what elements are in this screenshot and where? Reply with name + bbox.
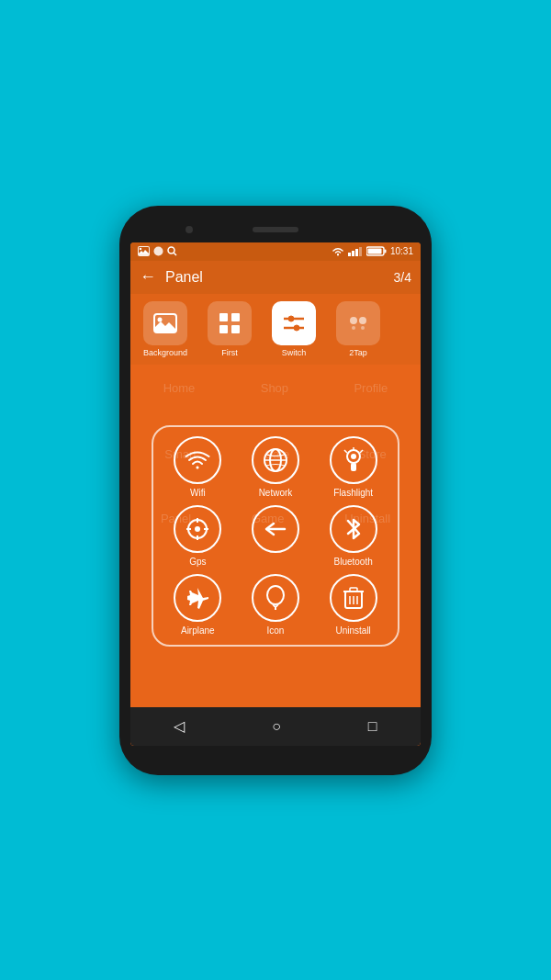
sliders-icon: [282, 313, 306, 333]
toolbar-title: Panel: [165, 269, 394, 286]
svg-rect-18: [219, 313, 228, 321]
signal-status-icon: [348, 246, 363, 256]
wifi-circle: [174, 436, 221, 484]
uninstall-circle: [330, 574, 377, 622]
back-arrow-icon: [263, 519, 288, 539]
panel-item-flashlight[interactable]: Flashlight: [318, 436, 388, 498]
nav-recent-button[interactable]: □: [368, 718, 377, 735]
watermark-row-1: Home Shop Profile: [130, 381, 421, 395]
svg-rect-36: [351, 463, 356, 471]
network-label: Network: [259, 488, 293, 498]
icon-label: Icon: [267, 625, 285, 636]
nav-home-button[interactable]: ○: [272, 718, 281, 735]
svg-rect-21: [231, 325, 240, 333]
svg-rect-9: [352, 251, 354, 256]
svg-line-37: [344, 450, 347, 453]
search-status-icon: [167, 246, 177, 256]
status-time: 10:31: [390, 246, 413, 256]
svg-point-28: [352, 326, 355, 330]
status-left-icons: [138, 246, 177, 256]
phone-bottom: [130, 746, 421, 764]
nav-bar: ◁ ○ □: [130, 707, 421, 746]
svg-point-5: [168, 247, 174, 253]
tab-first[interactable]: First: [200, 301, 259, 357]
tab-switch-label: Switch: [282, 348, 307, 357]
tab-2tap-icon-box: [336, 301, 380, 345]
svg-point-29: [361, 326, 365, 330]
svg-point-4: [154, 247, 163, 256]
panel-item-uninstall[interactable]: Uninstall: [318, 574, 388, 636]
svg-rect-10: [355, 249, 358, 256]
image-icon: [153, 313, 177, 333]
svg-rect-11: [359, 247, 362, 256]
tab-background-label: Background: [143, 348, 187, 357]
tab-switch-icon-box: [272, 301, 316, 345]
image-status-icon: [138, 246, 150, 256]
svg-point-35: [351, 454, 356, 459]
panel-item-network[interactable]: Network: [241, 436, 311, 498]
status-bar: 10:31: [130, 242, 421, 261]
tab-first-label: First: [221, 348, 238, 357]
tabs-row: Background First: [130, 294, 421, 365]
svg-rect-24: [288, 316, 294, 321]
phone-top-bar: [130, 217, 421, 242]
svg-rect-14: [367, 249, 381, 254]
svg-line-6: [174, 253, 176, 255]
grid-icon: [218, 311, 242, 335]
panel-item-back[interactable]: [241, 505, 311, 567]
trash-icon: [343, 585, 365, 611]
svg-point-17: [158, 317, 163, 321]
panel-item-icon[interactable]: Icon: [241, 574, 311, 636]
icon-circle: [252, 574, 299, 622]
svg-point-7: [337, 254, 339, 256]
svg-point-27: [359, 317, 366, 324]
svg-rect-8: [348, 253, 351, 256]
svg-rect-25: [294, 325, 299, 331]
bluetooth-circle: [330, 505, 377, 553]
uninstall-label: Uninstall: [335, 625, 370, 636]
svg-point-3: [140, 248, 141, 250]
tab-2tap-label: 2Tap: [349, 348, 367, 357]
svg-marker-16: [154, 321, 176, 332]
flashlight-icon: [343, 447, 365, 473]
phone-screen: 10:31 ← Panel 3/4 Background: [130, 242, 421, 746]
svg-point-45: [195, 526, 200, 532]
gps-circle: [174, 505, 221, 553]
panel-box: Wifi Network: [152, 425, 399, 647]
network-circle: [252, 436, 299, 484]
main-content: Home Shop Profile Smart Safe Store Panel…: [130, 365, 421, 707]
panel-item-bluetooth[interactable]: Bluetooth: [318, 505, 388, 567]
svg-point-46: [267, 586, 284, 604]
dots2-icon: [346, 313, 370, 333]
panel-item-gps[interactable]: Gps: [163, 505, 233, 567]
tab-background[interactable]: Background: [136, 301, 195, 357]
dot-status-icon: [153, 246, 163, 256]
status-right-icons: 10:31: [332, 246, 413, 256]
speaker: [253, 227, 298, 232]
wifi-status-icon: [332, 246, 344, 256]
network-icon: [263, 447, 288, 473]
battery-status-icon: [366, 246, 387, 256]
toolbar: ← Panel 3/4: [130, 261, 421, 294]
camera-dot: [186, 226, 193, 233]
flashlight-label: Flashlight: [333, 488, 373, 498]
panel-item-airplane[interactable]: Airplane: [163, 574, 233, 636]
tab-first-icon-box: [208, 301, 252, 345]
svg-point-26: [350, 317, 357, 324]
page-count: 3/4: [394, 270, 411, 285]
tab-2tap[interactable]: 2Tap: [329, 301, 388, 357]
flashlight-circle: [330, 436, 377, 484]
svg-rect-50: [350, 588, 357, 591]
back-button[interactable]: ←: [140, 267, 156, 287]
nav-back-button[interactable]: ◁: [174, 717, 185, 735]
balloon-icon: [264, 585, 287, 611]
panel-item-wifi[interactable]: Wifi: [163, 436, 233, 498]
back-circle: [252, 505, 299, 553]
tab-switch[interactable]: Switch: [264, 301, 323, 357]
airplane-circle: [174, 574, 221, 622]
svg-rect-19: [231, 313, 240, 321]
gps-label: Gps: [189, 557, 206, 567]
bluetooth-label: Bluetooth: [334, 557, 373, 567]
wifi-icon: [185, 449, 210, 471]
svg-rect-20: [219, 325, 228, 333]
